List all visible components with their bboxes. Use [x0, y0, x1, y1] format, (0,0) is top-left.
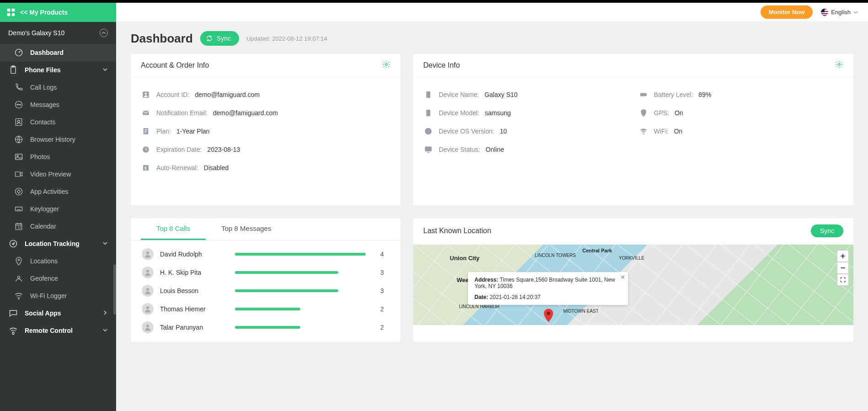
sidebar-item-locations[interactable]: Locations	[0, 252, 116, 270]
device-selector[interactable]: Demo's Galaxy S10	[0, 22, 116, 44]
monitor-now-button[interactable]: Monitor Now	[761, 5, 813, 19]
call-count: 4	[380, 251, 389, 258]
svg-point-34	[18, 276, 20, 278]
wifi-icon	[14, 291, 24, 301]
sidebar-item-call-logs[interactable]: Call Logs	[0, 79, 116, 96]
svg-rect-36	[12, 332, 14, 334]
sidebar-item-browser-history[interactable]: Browser History	[0, 131, 116, 148]
sidebar-item-wi-fi-logger[interactable]: Wi-Fi Logger	[0, 287, 116, 304]
sidebar-item-app-activities[interactable]: App Activities	[0, 183, 116, 200]
location-sync-button[interactable]: Sync	[811, 224, 843, 237]
map[interactable]: Union City Weeh LINCOLN HARBOR LINCOLN T…	[413, 245, 853, 325]
account-row: Plan: 1-Year Plan	[141, 122, 390, 140]
svg-rect-59	[640, 93, 646, 96]
sidebar-item-video-preview[interactable]: Video Preview	[0, 165, 116, 183]
sidebar-item-label: Geofence	[30, 275, 58, 282]
svg-point-64	[146, 270, 149, 272]
info-icon	[423, 126, 433, 136]
image-icon	[14, 152, 24, 162]
svg-rect-0	[7, 8, 11, 11]
sidebar-item-location-tracking[interactable]: Location Tracking	[0, 235, 116, 252]
tab-top-calls[interactable]: Top 8 Calls	[141, 218, 206, 240]
close-icon[interactable]: ✕	[620, 274, 625, 281]
gear-icon[interactable]	[382, 60, 390, 70]
sidebar-item-label: Locations	[30, 257, 58, 265]
sidebar-item-label: Location Tracking	[25, 240, 80, 247]
sidebar-item-photos[interactable]: Photos	[0, 148, 116, 165]
clock-icon	[141, 144, 151, 155]
brand-back[interactable]: << My Products	[0, 3, 116, 22]
device-row: WiFi:On	[639, 122, 844, 140]
svg-point-32	[10, 240, 17, 247]
map-zoom-out[interactable]: −	[837, 262, 849, 274]
scrollbar-thumb[interactable]	[113, 264, 116, 315]
svg-point-39	[145, 93, 147, 95]
language-selector[interactable]: English	[821, 9, 858, 16]
map-label-unioncity: Union City	[450, 255, 479, 262]
device-row: Device Name:Galaxy S10	[423, 85, 628, 104]
phone-device-icon	[423, 108, 433, 118]
sidebar-item-remote-control[interactable]: Remote Control	[0, 322, 116, 339]
sidebar-item-phone-files[interactable]: Phone Files	[0, 61, 116, 79]
wifi-icon	[639, 126, 649, 136]
device-row: Device Status:Online	[423, 140, 628, 159]
svg-point-68	[547, 312, 550, 315]
device-row: Battery Level: 89%	[639, 85, 844, 104]
sidebar-item-keylogger[interactable]: Keylogger	[0, 200, 116, 218]
chat2-icon	[8, 308, 18, 318]
call-row: Thomas Hiemer2	[142, 300, 389, 318]
account-title: Account & Order Info	[141, 61, 209, 69]
call-bar	[235, 308, 366, 310]
map-zoom-in[interactable]: +	[837, 250, 849, 262]
sync-button[interactable]: Sync	[200, 31, 239, 46]
refresh-icon	[206, 35, 213, 42]
sidebar-item-messages[interactable]: Messages	[0, 96, 116, 113]
sidebar-item-label: Dashboard	[30, 49, 64, 56]
svg-point-66	[146, 306, 149, 309]
content: Dashboard Sync Updated: 2022-08-12 19:07…	[116, 22, 868, 411]
sidebar-item-label: Remote Control	[25, 327, 73, 334]
sidebar-item-label: Photos	[30, 153, 50, 160]
account-row: Notification Email: demo@famiguard.com	[141, 104, 390, 122]
call-name: David Rudolph	[160, 251, 229, 258]
sidebar-item-label: Call Logs	[30, 84, 57, 91]
svg-point-65	[146, 288, 149, 291]
call-name: Thomas Hiemer	[160, 305, 229, 313]
map-pin-icon	[543, 309, 554, 322]
account-card: Account & Order Info Account ID: demo@fa…	[131, 54, 400, 205]
svg-rect-43	[144, 131, 147, 131]
sidebar-item-geofence[interactable]: Geofence	[0, 270, 116, 287]
remote-icon	[8, 326, 18, 336]
chevron-down-icon	[102, 240, 108, 247]
chevron-up-icon	[100, 29, 108, 37]
svg-rect-20	[16, 207, 22, 211]
call-row: David Rudolph4	[142, 245, 389, 263]
call-count: 3	[380, 269, 389, 276]
mail-icon	[141, 108, 151, 118]
svg-point-3	[12, 13, 15, 16]
contacts-icon	[14, 117, 24, 127]
compass-icon	[8, 239, 18, 249]
sidebar-item-social-apps[interactable]: Social Apps	[0, 304, 116, 322]
svg-point-67	[146, 325, 149, 327]
topbar: << My Products Monitor Now English	[0, 3, 868, 22]
keyboard-icon	[14, 204, 24, 214]
avatar-icon	[142, 321, 154, 333]
map-fullscreen[interactable]	[837, 274, 849, 286]
call-count: 3	[380, 287, 389, 294]
chevron-down-icon	[853, 10, 858, 15]
sidebar-item-dashboard[interactable]: Dashboard	[0, 44, 116, 61]
id-icon	[141, 90, 151, 100]
brand-back-label: << My Products	[20, 9, 68, 16]
svg-point-12	[20, 104, 21, 105]
calendar-icon: 12	[14, 221, 24, 231]
sidebar-item-label: Video Preview	[30, 171, 71, 178]
svg-rect-13	[16, 119, 21, 126]
gear-icon[interactable]	[835, 60, 843, 70]
tab-top-messages[interactable]: Top 8 Messages	[206, 218, 287, 240]
call-bar	[235, 326, 366, 329]
sidebar-item-label: Phone Files	[25, 66, 61, 74]
sidebar-item-calendar[interactable]: 12Calendar	[0, 218, 116, 235]
sidebar-item-contacts[interactable]: Contacts	[0, 113, 116, 131]
battery-icon	[639, 90, 649, 100]
